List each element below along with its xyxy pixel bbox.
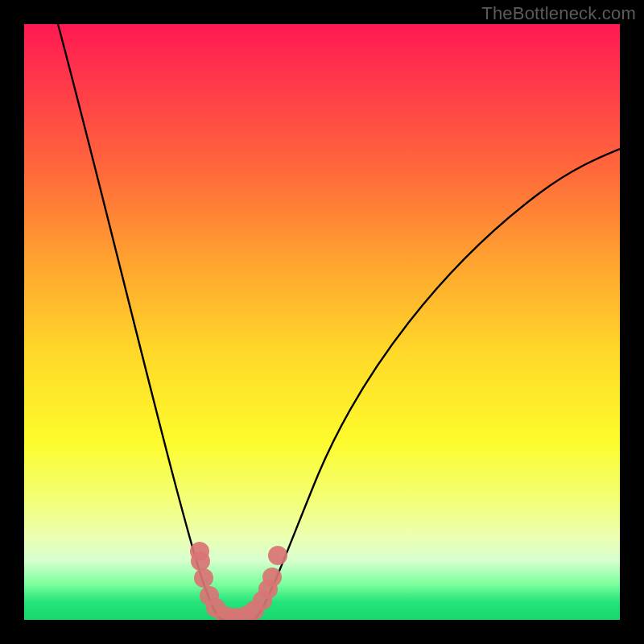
marker-dot <box>258 580 278 599</box>
marker-dot <box>200 586 219 605</box>
marker-dot <box>253 591 272 610</box>
marker-dot <box>268 546 287 565</box>
marker-group <box>190 542 287 620</box>
marker-dot <box>194 568 213 588</box>
curve-layer <box>24 24 620 620</box>
watermark-text: TheBottleneck.com <box>481 3 636 24</box>
marker-dot <box>190 542 209 561</box>
marker-dot <box>236 606 255 620</box>
marker-dot <box>225 608 245 620</box>
marker-dot <box>191 551 210 571</box>
marker-dot <box>206 598 225 617</box>
bottleneck-curve <box>58 24 620 620</box>
chart-frame: TheBottleneck.com <box>0 0 644 644</box>
plot-area <box>24 24 620 620</box>
marker-dot <box>262 568 282 587</box>
marker-dot <box>245 601 264 620</box>
marker-dot <box>216 606 235 620</box>
